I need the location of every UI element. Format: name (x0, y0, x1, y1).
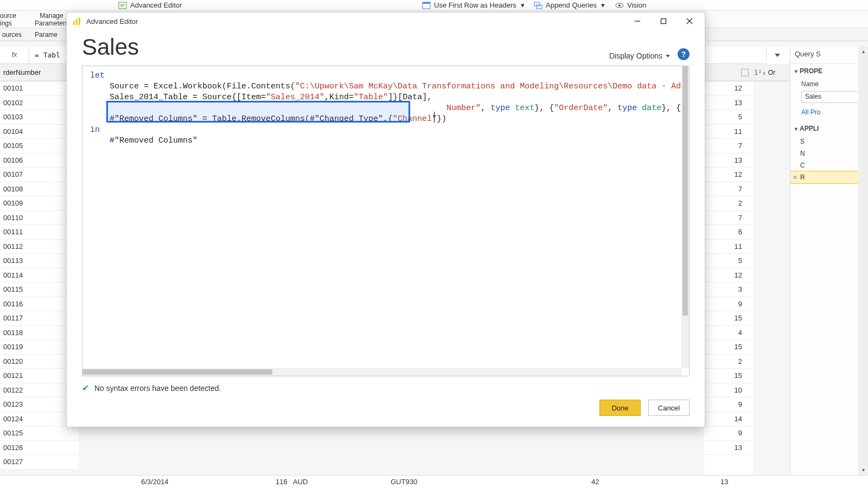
table-cell[interactable]: 13 (704, 441, 753, 455)
applied-step[interactable]: S (790, 136, 868, 147)
code-token: text (515, 104, 534, 113)
delete-step-icon[interactable]: ✕ (793, 174, 797, 181)
minimize-icon (634, 18, 641, 24)
table-cell[interactable]: 10 (704, 383, 753, 398)
status-qty: 116 (276, 476, 288, 488)
close-button[interactable] (676, 12, 703, 30)
table-cell[interactable]: 15 (704, 340, 753, 355)
next-col-label: Or (768, 69, 775, 76)
status-code: GUT930 (391, 476, 417, 488)
query-name-input[interactable]: Sales (801, 91, 864, 103)
status-num2: 13 (720, 476, 728, 488)
maximize-button[interactable] (650, 12, 676, 30)
editor-horizontal-scrollbar[interactable] (82, 368, 681, 376)
ribbon-use-first-row[interactable]: Use First Row as Headers ▾ (418, 0, 529, 11)
code-token (90, 104, 446, 113)
table-row[interactable]: 00126 (0, 441, 79, 455)
append-queries-label: Append Queries (546, 1, 597, 9)
filter-dropdown-icon[interactable] (741, 69, 749, 76)
table-cell[interactable]: 9 (704, 397, 753, 412)
table-cell[interactable]: 14 (704, 412, 753, 427)
table-cell[interactable]: 7 (704, 182, 753, 197)
table-cell[interactable]: 15 (704, 311, 753, 326)
table-cell[interactable]: 2 (704, 355, 753, 369)
applied-steps-group[interactable]: ▾APPLI (790, 121, 868, 136)
status-num1: 42 (591, 476, 599, 488)
applied-step-selected[interactable]: ✕R (790, 171, 868, 183)
table-cell[interactable]: 12 (704, 81, 753, 96)
code-token (637, 104, 642, 113)
code-token: , (608, 104, 617, 113)
code-token: "C:\Upwork\Sam McKay\Data Transformation… (295, 82, 689, 91)
syntax-status-text: No syntax errors have been detected. (94, 384, 221, 393)
scroll-up-icon[interactable]: ▴ (858, 47, 868, 56)
code-token (510, 104, 515, 113)
table-cell[interactable]: 7 (704, 211, 753, 226)
status-date: 6/3/2014 (141, 476, 169, 488)
cancel-button[interactable]: Cancel (648, 400, 690, 416)
table-cell[interactable]: 9 (704, 297, 753, 312)
table-cell[interactable]: 5 (704, 254, 753, 268)
chevron-down-icon: ▾ (795, 68, 797, 74)
check-icon: ✔ (82, 383, 89, 393)
help-button[interactable]: ? (678, 48, 690, 60)
manage-label: Manage (40, 12, 63, 20)
applied-step[interactable]: N (790, 147, 868, 159)
code-token: ]}[Data], (388, 93, 432, 102)
table-cell[interactable]: 5 (704, 110, 753, 125)
chevron-down-icon (775, 54, 780, 57)
dialog-titlebar[interactable]: Advanced Editor (67, 12, 705, 30)
table-cell[interactable]: 7 (704, 139, 753, 153)
scrollbar-thumb[interactable] (682, 66, 688, 316)
code-content[interactable]: let Source = Excel.Workbook(File.Content… (82, 66, 689, 376)
all-properties-link[interactable]: All Pro (790, 107, 868, 121)
scroll-down-icon[interactable]: ▾ (858, 465, 868, 475)
svg-rect-9 (79, 17, 80, 25)
ribbon-append-queries[interactable]: Append Queries ▾ (529, 0, 609, 11)
editor-vertical-scrollbar[interactable] (681, 66, 689, 368)
text-cursor (434, 112, 435, 123)
table-cell[interactable]: 15 (704, 369, 753, 383)
dialog-buttons: Done Cancel (67, 394, 705, 427)
advanced-editor-dialog: Advanced Editor Sales Display Options ? … (66, 12, 705, 427)
properties-group[interactable]: ▾PROPE (790, 64, 868, 78)
right-col-header[interactable] (704, 64, 753, 81)
code-token: Source = Excel.Workbook(File.Contents( (90, 82, 295, 91)
table-cell[interactable]: 12 (704, 168, 753, 182)
next-col-header[interactable]: 1²₃ Or (753, 64, 786, 81)
table-cell[interactable]: 13 (704, 96, 753, 111)
ribbon-vision[interactable]: Vision (611, 0, 650, 11)
code-token: "Table" (354, 93, 388, 102)
formula-bar-expand[interactable] (766, 47, 788, 64)
grid-right-column: 1²₃ Or 12 13 5 11 7 13 12 7 2 7 6 11 5 1… (704, 64, 753, 475)
table-cell[interactable]: 11 (704, 240, 753, 254)
display-options-dropdown[interactable]: Display Options (609, 52, 670, 60)
code-token: in (90, 125, 100, 134)
applied-step[interactable]: C (790, 159, 868, 171)
maximize-icon (660, 18, 667, 24)
scrollbar-thumb[interactable] (82, 369, 272, 375)
append-icon (534, 1, 542, 10)
table-row[interactable]: 00125 (0, 426, 79, 441)
table-row[interactable]: 00127 (0, 455, 79, 470)
table-cell[interactable]: 6 (704, 225, 753, 240)
ribbon-advanced-editor[interactable]: Advanced Editor (114, 0, 186, 11)
table-cell[interactable]: 2 (704, 196, 753, 211)
code-token: "OrderDate" (554, 104, 608, 113)
done-button[interactable]: Done (599, 400, 641, 416)
table-cell[interactable]: 3 (704, 282, 753, 297)
chevron-down-icon (666, 55, 670, 57)
code-icon (118, 1, 127, 10)
table-cell[interactable]: 4 (704, 326, 753, 341)
svg-rect-3 (534, 2, 540, 6)
table-cell[interactable]: 12 (704, 268, 753, 283)
table-cell[interactable]: 13 (704, 153, 753, 168)
table-cell[interactable]: 9 (704, 426, 753, 441)
display-options-label: Display Options (609, 52, 662, 60)
code-editor[interactable]: let Source = Excel.Workbook(File.Content… (82, 66, 690, 376)
table-cell[interactable]: 11 (704, 125, 753, 139)
minimize-button[interactable] (624, 12, 650, 30)
panel-scrollbar[interactable]: ▴ ▾ (858, 47, 868, 475)
fx-value[interactable]: = Tabl (29, 51, 60, 59)
svg-rect-7 (73, 21, 75, 25)
